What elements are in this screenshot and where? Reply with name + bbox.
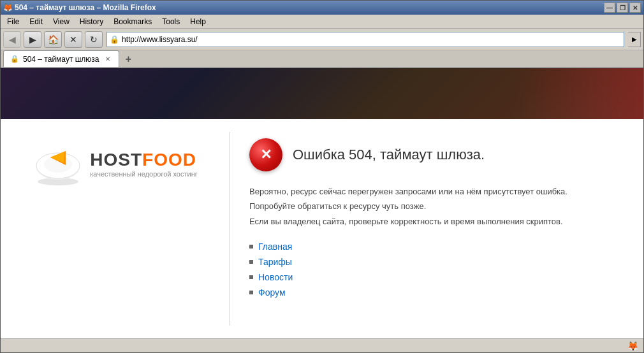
window-title: 504 – таймаут шлюза – Mozilla Firefox [15,3,156,12]
link-glavnaya[interactable]: Главная [258,241,292,252]
header-overlay [516,68,643,119]
error-desc-line2: Попробуйте обратиться к ресурсу чуть поз… [249,199,611,213]
page-body: HOSTFOOD качественный недорогой хостинг … [1,119,643,338]
address-bar-wrap: 🔒 [106,32,624,47]
error-links: Главная Тарифы Новости Форум [249,241,611,298]
tabsbar: 🔒 504 – таймаут шлюза ✕ + [1,50,643,68]
titlebar-left: 🦊 504 – таймаут шлюза – Mozilla Firefox [3,3,156,12]
browser-content: HOSTFOOD качественный недорогой хостинг … [1,68,643,338]
error-header: Ошибка 504, таймаут шлюза. [249,138,611,171]
logo-prefix: HOST [90,150,142,169]
menu-history[interactable]: History [75,16,108,27]
window-controls[interactable]: — ❐ ✕ [604,3,641,13]
home-button[interactable]: 🏠 [44,31,62,48]
menu-help[interactable]: Help [185,16,211,27]
right-column: Ошибка 504, таймаут шлюза. Вероятно, рес… [230,132,631,326]
menu-view[interactable]: View [48,16,75,27]
menubar: File Edit View History Bookmarks Tools H… [1,15,643,29]
left-column: HOSTFOOD качественный недорогой хостинг [13,132,230,326]
error-desc-line1: Вероятно, ресурс сейчас перегружен запро… [249,184,611,199]
link-forum[interactable]: Форум [258,287,286,298]
minimize-button[interactable]: — [604,3,615,13]
link-item-2: Новости [249,272,611,282]
stop-button[interactable]: ✕ [64,31,82,48]
logo-name: HOSTFOOD [90,150,198,170]
statusbar-right: 🦊 [627,341,638,351]
link-tarify[interactable]: Тарифы [258,257,292,267]
menu-tools[interactable]: Tools [157,16,185,27]
reload-button[interactable]: ↻ [85,31,103,48]
page-header [1,68,643,119]
new-tab-button[interactable]: + [122,53,136,66]
tab-0[interactable]: 🔒 504 – таймаут шлюза ✕ [3,50,119,67]
firefox-status-icon: 🦊 [627,341,638,351]
error-description: Вероятно, ресурс сейчас перегружен запро… [249,184,611,229]
bullet-icon [249,260,253,264]
logo-tagline: качественный недорогой хостинг [90,170,198,178]
firefox-icon: 🦊 [3,3,12,12]
navbar: ◀ ▶ 🏠 ✕ ↻ 🔒 ▶ [1,29,643,50]
go-button[interactable]: ▶ [628,32,641,47]
link-item-3: Форум [249,287,611,298]
menu-bookmarks[interactable]: Bookmarks [108,16,157,27]
page-security-icon: 🔒 [110,35,119,44]
restore-button[interactable]: ❐ [617,3,628,13]
tab-favicon: 🔒 [10,55,19,63]
back-button[interactable]: ◀ [3,31,21,48]
titlebar: 🦊 504 – таймаут шлюза – Mozilla Firefox … [1,1,643,15]
address-bar[interactable] [122,35,621,44]
error-desc-line3: Если вы владелец сайта, проверьте коррек… [249,214,611,229]
link-item-0: Главная [249,241,611,252]
logo-area: HOSTFOOD качественный недорогой хостинг [33,138,198,189]
tab-close-button[interactable]: ✕ [103,55,112,64]
bullet-icon [249,291,253,294]
statusbar: 🦊 [1,338,643,352]
close-button[interactable]: ✕ [629,3,641,13]
bullet-icon [249,245,253,249]
menu-edit[interactable]: Edit [24,16,48,27]
menu-file[interactable]: File [2,16,24,27]
error-title: Ошибка 504, таймаут шлюза. [293,147,485,163]
browser-window: 🦊 504 – таймаут шлюза – Mozilla Firefox … [0,0,644,353]
tab-label: 504 – таймаут шлюза [23,55,99,64]
link-item-1: Тарифы [249,257,611,267]
forward-button[interactable]: ▶ [24,31,41,48]
logo-suffix: FOOD [142,150,196,169]
link-novosti[interactable]: Новости [258,272,293,282]
error-icon [249,138,282,171]
logo-text: HOSTFOOD качественный недорогой хостинг [90,150,198,178]
bullet-icon [249,275,253,279]
plate-icon [33,138,84,189]
